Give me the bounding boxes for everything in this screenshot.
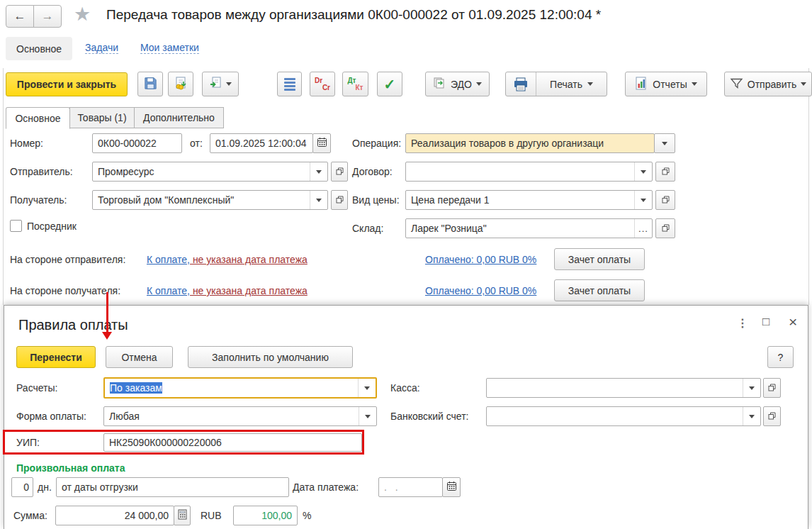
sender-side-payment-link[interactable]: К оплате, не указана дата платежа <box>147 250 308 269</box>
help-button[interactable]: ? <box>767 346 794 368</box>
annotation-box <box>3 430 364 455</box>
reports-label: Отчеты <box>653 79 687 90</box>
calculations-value: По заказам <box>110 382 162 394</box>
bank-account-field[interactable] <box>486 406 761 426</box>
chevron-down-icon <box>316 199 322 202</box>
fill-default-button[interactable]: Заполнить по умолчанию <box>188 346 353 368</box>
registers-button[interactable] <box>277 72 302 96</box>
cancel-label: Отмена <box>121 352 157 363</box>
tab-main[interactable]: Основное <box>6 107 70 129</box>
date-field[interactable]: 01.09.2025 12:00:04 <box>210 133 313 153</box>
receiver-side-payment-link[interactable]: К оплате, не указана дата платежа <box>147 281 308 301</box>
date-calendar-button[interactable] <box>312 133 331 153</box>
payment-due-link[interactable]: К оплате, <box>147 254 190 265</box>
bank-account-dropdown[interactable] <box>743 407 760 425</box>
offset-label: Зачет оплаты <box>568 285 631 296</box>
dialog-close-icon[interactable]: × <box>789 313 797 330</box>
cash-office-open-button[interactable] <box>763 378 781 398</box>
warehouse-open-button[interactable] <box>655 218 675 238</box>
payment-no-date-link[interactable]: не указана дата платежа <box>190 254 308 265</box>
amount-calculator-button[interactable] <box>174 506 191 525</box>
transfer-button[interactable]: Перенести <box>16 346 96 368</box>
payment-rules-dialog: Правила оплаты ⋮ □ × Перенести Отмена За… <box>4 305 808 529</box>
dialog-title: Правила оплаты <box>18 317 128 333</box>
send-button[interactable]: Отправить <box>724 72 812 96</box>
favorite-star-icon[interactable]: ★ <box>74 3 91 26</box>
amount-field[interactable]: 24 000,00 <box>55 506 174 525</box>
sender-field[interactable]: Промресурс <box>92 162 328 182</box>
receiver-field[interactable]: Торговый дом "Комплексный" <box>92 190 328 210</box>
page-title: Передача товаров между организациями 0К0… <box>106 7 601 23</box>
tab-goods-label: Товары (1) <box>77 112 126 123</box>
price-kind-field[interactable]: Цена передачи 1 <box>405 190 653 210</box>
price-kind-open-button[interactable] <box>655 190 675 210</box>
history-nav: ← → <box>6 5 62 28</box>
payment-form-dropdown[interactable] <box>359 407 376 425</box>
edo-button[interactable]: ЭДО <box>425 72 490 96</box>
receiver-paid-link[interactable]: Оплачено: 0,00 RUB 0% <box>425 285 536 296</box>
help-label: ? <box>778 352 784 363</box>
payment-no-date-link[interactable]: не указана дата платежа <box>190 285 308 296</box>
sender-dropdown[interactable] <box>310 162 327 181</box>
nav-tab-notes[interactable]: Мои заметки <box>140 42 199 54</box>
tab-extra[interactable]: Дополнительно <box>134 107 224 128</box>
contract-label: Договор: <box>352 162 393 182</box>
print-button[interactable]: Печать <box>505 72 607 96</box>
payment-date-field[interactable]: . . <box>378 477 443 497</box>
drcr-icon: Dr Cr <box>314 76 331 93</box>
dialog-maximize-icon[interactable]: □ <box>762 315 769 329</box>
receiver-offset-button[interactable]: Зачет оплаты <box>554 279 645 301</box>
sender-paid-link[interactable]: Оплачено: 0,00 RUB 0% <box>425 254 536 265</box>
calculations-field[interactable]: По заказам <box>103 377 377 399</box>
receiver-dropdown[interactable] <box>310 191 327 209</box>
create-based-on-button[interactable] <box>202 72 239 96</box>
nav-tab-main[interactable]: Основное <box>6 37 72 60</box>
post-document-button[interactable] <box>168 72 193 96</box>
forward-button[interactable]: → <box>33 5 62 28</box>
check-status-button[interactable]: ✓ <box>377 72 402 96</box>
save-button[interactable] <box>137 72 163 96</box>
tab-goods[interactable]: Товары (1) <box>69 107 135 128</box>
sender-open-button[interactable] <box>331 162 348 182</box>
payment-date-calendar-button[interactable] <box>442 477 461 497</box>
chevron-down-icon <box>226 82 232 86</box>
cash-office-dropdown[interactable] <box>743 379 760 397</box>
post-and-close-button[interactable]: Провести и закрыть <box>6 72 128 96</box>
back-button[interactable]: ← <box>6 5 34 28</box>
warehouse-field[interactable]: Ларек "Розница" ... <box>405 218 653 238</box>
forward-icon: → <box>42 9 54 23</box>
tab-extra-label: Дополнительно <box>143 112 215 123</box>
operation-field[interactable]: Реализация товаров в другую организаци <box>405 133 655 153</box>
operation-label: Операция: <box>352 133 401 153</box>
calculations-dropdown[interactable] <box>358 379 376 397</box>
currency-label: RUB <box>201 506 222 525</box>
contract-field[interactable] <box>405 162 653 182</box>
date-value: 01.09.2025 12:00:04 <box>210 134 312 152</box>
reports-button[interactable]: Отчеты <box>625 72 707 96</box>
cancel-button[interactable]: Отмена <box>106 346 173 368</box>
bank-account-open-button[interactable] <box>763 406 781 426</box>
percent-field[interactable]: 100,00 <box>233 506 298 525</box>
contract-open-button[interactable] <box>655 162 675 182</box>
payment-due-link[interactable]: К оплате, <box>147 285 190 296</box>
drcr-button[interactable]: Dr Cr <box>310 72 335 96</box>
receiver-open-button[interactable] <box>331 190 348 210</box>
dtkt-button[interactable]: Дт Кт <box>342 72 368 96</box>
number-field[interactable]: 0К00-000022 <box>92 133 182 153</box>
operation-dropdown-button[interactable] <box>654 133 675 153</box>
cash-office-field[interactable] <box>486 378 761 398</box>
offset-label: Зачет оплаты <box>568 254 631 265</box>
chevron-down-icon <box>641 170 646 174</box>
intermediary-checkbox[interactable] <box>10 220 22 232</box>
payment-form-field[interactable]: Любая <box>103 406 377 426</box>
from-event-field[interactable]: от даты отгрузки <box>56 477 289 497</box>
bank-account-label: Банковский счет: <box>390 406 468 426</box>
sender-offset-button[interactable]: Зачет оплаты <box>554 248 645 270</box>
nav-tab-tasks[interactable]: Задачи <box>85 42 118 54</box>
sender-value: Промресурс <box>93 162 310 181</box>
dialog-menu-icon[interactable]: ⋮ <box>737 316 748 330</box>
days-field[interactable]: 0 <box>11 477 33 497</box>
price-kind-dropdown[interactable] <box>634 191 652 209</box>
warehouse-more-button[interactable]: ... <box>634 219 652 238</box>
contract-dropdown[interactable] <box>634 162 652 181</box>
